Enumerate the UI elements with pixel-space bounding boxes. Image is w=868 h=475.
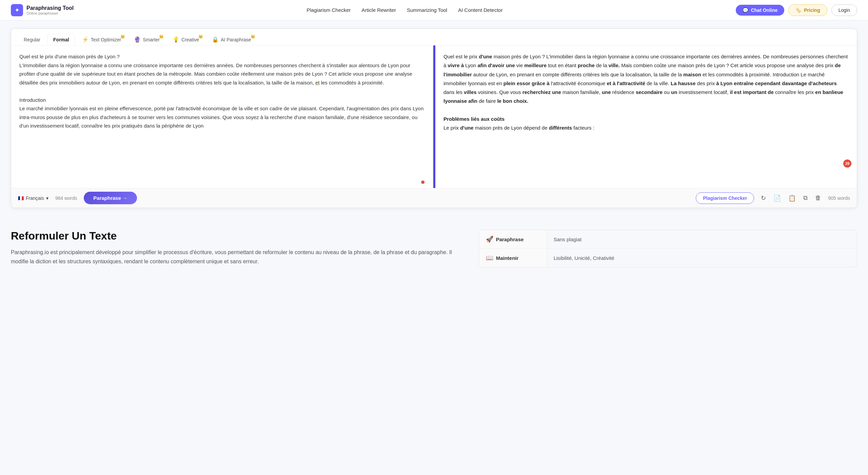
download-pdf-icon[interactable]: 📄	[772, 193, 782, 203]
section-description: Paraphrasing.io est principalement dével…	[11, 248, 465, 266]
tab-ai-paraphrase-label: AI Paraphrase	[221, 37, 251, 42]
section-title: Reformuler Un Texte	[11, 230, 465, 242]
feature-table: 🚀 Paraphrase Sans plagiat 📖 Maintenir Li…	[479, 230, 857, 267]
feature-row-maintain: 📖 Maintenir Lisibilité, Unicité, Créativ…	[479, 249, 857, 267]
delete-icon[interactable]: 🗑	[814, 193, 823, 203]
tab-text-optimizer-label: Text Optimizer	[91, 37, 121, 42]
language-label: Français	[26, 195, 44, 201]
plagiarism-checker-button[interactable]: Plagiarism Checker	[696, 192, 754, 204]
tab-ai-paraphrase[interactable]: 🔒 AI Paraphrase 👑	[206, 33, 257, 45]
right-bottom-bar: Plagiarism Checker ↻ 📄 📋 ⧉ 🗑 905 words	[696, 192, 850, 204]
tab-formal[interactable]: Formal	[47, 34, 75, 45]
smarter-icon: 🔮	[134, 36, 141, 43]
input-word-count: 984 words	[55, 195, 77, 201]
logo[interactable]: ✦ Paraphrasing Tool Online paraphraser	[11, 4, 74, 16]
tab-smarter-label: Smarter	[143, 37, 160, 42]
output-toolbar-icons: ↻ 📄 📋 ⧉ 🗑	[760, 193, 823, 203]
red-dot-indicator	[421, 180, 425, 184]
input-pane: Quel est le prix d'une maison près de Ly…	[11, 45, 433, 188]
crown-icon-4: 👑	[251, 34, 255, 39]
bottom-toolbar: 🇫🇷 Français ▾ 984 words Paraphrase → Pla…	[11, 188, 857, 208]
download-doc-icon[interactable]: 📋	[787, 193, 797, 203]
chevron-down-icon: ▾	[46, 195, 48, 201]
header: ✦ Paraphrasing Tool Online paraphraser P…	[0, 0, 868, 20]
paraphrase-tool: Regular Formal ⚡ Text Optimizer 👑 🔮 Smar…	[11, 28, 857, 208]
tab-creative-label: Creative	[181, 37, 199, 42]
flag-icon: 🇫🇷	[18, 195, 24, 201]
output-pane: Quel est le prix d'une maison près de Ly…	[435, 45, 857, 188]
pricing-icon: 🏷️	[795, 7, 801, 13]
crown-icon-3: 👑	[198, 34, 203, 39]
nav-ai-detector[interactable]: AI Content Detector	[458, 7, 503, 13]
lower-left: Reformuler Un Texte Paraphrasing.io est …	[11, 230, 465, 267]
logo-icon: ✦	[11, 4, 23, 16]
feature-table-area: 🚀 Paraphrase Sans plagiat 📖 Maintenir Li…	[479, 230, 857, 267]
logo-title: Paraphrasing Tool	[26, 5, 74, 11]
text-optimizer-icon: ⚡	[82, 36, 89, 43]
chat-icon: 💬	[743, 7, 748, 13]
output-word-count: 905 words	[828, 195, 850, 201]
tab-regular[interactable]: Regular	[18, 34, 46, 45]
change-count-badge: 29	[843, 159, 851, 168]
nav-rewriter[interactable]: Article Rewriter	[361, 7, 396, 13]
ai-paraphrase-icon: 🔒	[212, 36, 219, 43]
nav-plagiarism[interactable]: Plagiarism Checker	[307, 7, 351, 13]
feature-row-paraphrase: 🚀 Paraphrase Sans plagiat	[479, 230, 857, 249]
paraphrase-feature-icon: 🚀	[486, 235, 493, 243]
crown-icon: 👑	[120, 34, 125, 39]
mode-tabs: Regular Formal ⚡ Text Optimizer 👑 🔮 Smar…	[11, 29, 857, 45]
tab-formal-label: Formal	[53, 37, 69, 42]
feature-label-maintain: 📖 Maintenir	[479, 249, 547, 267]
copy-icon[interactable]: ⧉	[802, 193, 809, 203]
lower-section: Reformuler Un Texte Paraphrasing.io est …	[0, 216, 868, 281]
input-text[interactable]: Quel est le prix d'une maison près de Ly…	[19, 52, 425, 130]
language-selector[interactable]: 🇫🇷 Français ▾	[18, 195, 48, 201]
tab-regular-label: Regular	[24, 37, 40, 42]
login-button[interactable]: Login	[831, 4, 857, 16]
nav-summarizing[interactable]: Summarizing Tool	[407, 7, 447, 13]
crown-icon-2: 👑	[159, 34, 164, 39]
tab-creative[interactable]: 💡 Creative 👑	[167, 33, 205, 45]
chat-online-button[interactable]: 💬 Chat Online	[736, 5, 785, 16]
editor-area: Quel est le prix d'une maison près de Ly…	[11, 45, 857, 188]
creative-icon: 💡	[173, 36, 179, 43]
output-text: Quel est le prix d'une maison près de Ly…	[443, 52, 849, 132]
feature-value-maintain: Lisibilité, Unicité, Créativité	[547, 249, 857, 267]
logo-text: Paraphrasing Tool Online paraphraser	[26, 5, 74, 15]
tab-text-optimizer[interactable]: ⚡ Text Optimizer 👑	[76, 33, 127, 45]
pricing-button[interactable]: 🏷️ Pricing	[788, 4, 827, 16]
paraphrase-button[interactable]: Paraphrase →	[84, 192, 137, 204]
logo-subtitle: Online paraphraser	[26, 11, 74, 15]
main-nav: Plagiarism Checker Article Rewriter Summ…	[307, 7, 502, 13]
header-actions: 💬 Chat Online 🏷️ Pricing Login	[736, 4, 857, 16]
maintain-feature-icon: 📖	[486, 254, 493, 262]
feature-label-paraphrase: 🚀 Paraphrase	[479, 230, 547, 248]
feature-value-paraphrase: Sans plagiat	[547, 230, 857, 248]
tab-smarter[interactable]: 🔮 Smarter 👑	[128, 33, 165, 45]
refresh-icon[interactable]: ↻	[760, 193, 767, 203]
